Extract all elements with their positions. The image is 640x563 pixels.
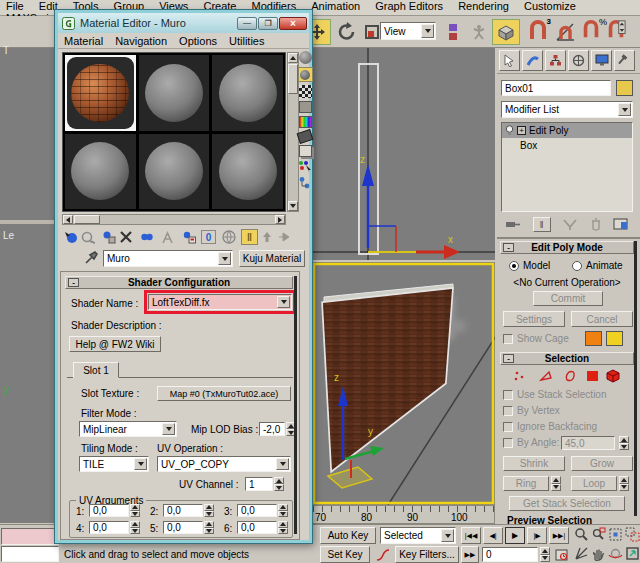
material-type-button[interactable]: Kuju Material: [239, 250, 305, 267]
get-stack-selection-button[interactable]: Get Stack Selection: [509, 496, 625, 511]
cancel-button[interactable]: Cancel: [571, 311, 633, 327]
snaps-toggle-button[interactable]: [492, 19, 520, 45]
sample-type-icon[interactable]: [299, 51, 312, 64]
tab-motion[interactable]: [568, 50, 589, 71]
frame-spinner[interactable]: [540, 547, 550, 562]
tab-modify[interactable]: [522, 50, 543, 71]
go-to-start-button[interactable]: |◀◀: [461, 527, 481, 544]
make-material-copy-button[interactable]: [138, 229, 155, 245]
uv-arg-5-field[interactable]: 0,0: [163, 521, 203, 534]
get-material-button[interactable]: [62, 229, 79, 245]
reference-coordinate-dropdown[interactable]: View: [380, 22, 436, 40]
cage-color-swatch[interactable]: [585, 331, 602, 346]
tab-utilities[interactable]: [614, 50, 635, 71]
chevron-down-icon[interactable]: [218, 252, 231, 265]
uv-arg-1-spinner[interactable]: [130, 504, 140, 517]
set-key-button[interactable]: Set Key: [320, 546, 370, 563]
configure-modifier-sets-icon[interactable]: [613, 218, 629, 231]
go-to-end-button[interactable]: ▶▶|: [549, 527, 569, 544]
chevron-down-icon[interactable]: [277, 296, 290, 308]
tab-hierarchy[interactable]: [545, 50, 566, 71]
menu-file[interactable]: File: [0, 0, 30, 12]
scroll-up-icon[interactable]: [288, 53, 298, 63]
slots-hscrollbar[interactable]: [62, 214, 286, 225]
material-map-navigator-icon[interactable]: [298, 176, 312, 190]
me-menu-utilities[interactable]: Utilities: [223, 35, 270, 47]
collapse-icon[interactable]: -: [503, 354, 514, 363]
sample-slot[interactable]: [211, 133, 284, 211]
zoom-all-button[interactable]: [591, 527, 607, 544]
video-color-check-icon[interactable]: [299, 116, 312, 128]
select-and-rotate-button[interactable]: [334, 19, 360, 45]
modifier-stack[interactable]: + Edit Poly Box: [501, 122, 633, 212]
scroll-right-icon[interactable]: [275, 215, 285, 224]
stack-item-edit-poly[interactable]: + Edit Poly: [502, 123, 632, 138]
scroll-down-icon[interactable]: [288, 201, 298, 211]
ignore-backfacing-checkbox[interactable]: Ignore Backfacing: [503, 421, 597, 432]
shrink-button[interactable]: Shrink: [503, 456, 565, 471]
angle-snap-button[interactable]: [553, 19, 579, 45]
use-pivot-center-button[interactable]: [443, 20, 463, 44]
menu-rendering[interactable]: Rendering: [452, 0, 515, 12]
sample-slot[interactable]: [211, 54, 284, 132]
scroll-left-icon[interactable]: [63, 215, 73, 224]
tab-display[interactable]: [591, 50, 612, 71]
rollout-selection[interactable]: - Selection: [500, 352, 634, 365]
put-to-library-button[interactable]: [180, 229, 197, 245]
tiling-mode-dropdown[interactable]: TILE: [79, 456, 149, 472]
uv-arg-4-field[interactable]: 0,0: [89, 521, 129, 534]
show-cage-checkbox[interactable]: Show Cage: [503, 333, 569, 344]
percent-snap-button[interactable]: %: [581, 19, 605, 45]
uv-arg-3-field[interactable]: 0,0: [237, 504, 277, 517]
object-name-field[interactable]: Box01: [501, 80, 611, 96]
sample-slot[interactable]: [138, 133, 211, 211]
show-end-result-button[interactable]: ‖: [533, 217, 551, 232]
pick-material-button[interactable]: [84, 250, 100, 266]
spinner-snap-button[interactable]: [606, 19, 630, 45]
menu-graph-editors[interactable]: Graph Editors: [369, 0, 449, 12]
zoom-extents-all-button[interactable]: [625, 527, 640, 544]
current-frame-field[interactable]: 0: [482, 547, 538, 562]
background-icon[interactable]: [299, 85, 312, 98]
sample-slot[interactable]: [138, 54, 211, 132]
make-preview-icon[interactable]: [297, 129, 314, 144]
play-button[interactable]: ▶: [505, 527, 525, 544]
filter-mode-dropdown[interactable]: MipLinear: [79, 421, 177, 437]
uv-arg-2-field[interactable]: 0,0: [163, 504, 203, 517]
uv-arg-6-spinner[interactable]: [278, 521, 288, 534]
loop-spinner[interactable]: [619, 476, 629, 491]
time-configuration-button[interactable]: [553, 546, 570, 563]
field-of-view-button[interactable]: [574, 546, 590, 563]
put-material-to-scene-button[interactable]: [79, 229, 96, 245]
show-end-result-button[interactable]: ‖: [241, 229, 258, 245]
chevron-down-icon[interactable]: [162, 423, 175, 435]
next-frame-button[interactable]: |▶: [527, 527, 547, 544]
me-menu-navigation[interactable]: Navigation: [109, 35, 173, 47]
close-button[interactable]: ×: [279, 17, 307, 30]
use-stack-selection-checkbox[interactable]: Use Stack Selection: [503, 389, 607, 400]
uv-operation-dropdown[interactable]: UV_OP_COPY: [157, 456, 291, 472]
collapse-icon[interactable]: -: [503, 243, 514, 252]
ring-spinner[interactable]: [551, 476, 561, 491]
panel-scrollbar[interactable]: [634, 241, 637, 516]
chevron-down-icon[interactable]: [441, 529, 454, 542]
auto-key-button[interactable]: Auto Key: [320, 527, 376, 544]
chevron-down-icon[interactable]: [618, 103, 631, 116]
settings-button[interactable]: Settings: [503, 311, 565, 327]
stack-item-box[interactable]: Box: [502, 138, 632, 152]
uv-arg-5-spinner[interactable]: [204, 521, 214, 534]
shader-name-dropdown[interactable]: LoftTexDiff.fx: [148, 294, 292, 310]
object-color-swatch[interactable]: [616, 80, 633, 96]
by-angle-checkbox[interactable]: By Angle:: [503, 437, 559, 448]
grow-button[interactable]: Grow: [571, 456, 633, 471]
select-and-manipulate-button[interactable]: [470, 20, 488, 44]
mip-lod-bias-field[interactable]: -2,0: [259, 422, 285, 436]
by-vertex-checkbox[interactable]: By Vertex: [503, 405, 560, 416]
go-to-sibling-button[interactable]: [275, 229, 292, 245]
snap-3d-button[interactable]: 3: [527, 19, 551, 45]
material-name-dropdown[interactable]: Muro: [103, 250, 233, 267]
expand-icon[interactable]: +: [517, 126, 526, 135]
uv-channel-field[interactable]: 1: [245, 477, 273, 491]
previous-frame-button[interactable]: ◀|: [483, 527, 503, 544]
remove-modifier-icon[interactable]: [590, 218, 602, 231]
